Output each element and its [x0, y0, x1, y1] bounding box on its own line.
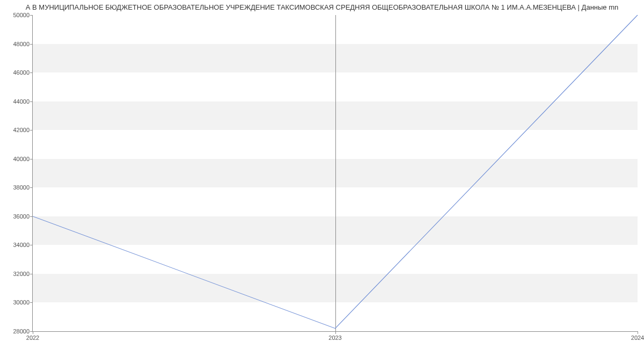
y-tick-label: 50000 [13, 12, 33, 18]
y-tick-label: 38000 [13, 184, 33, 191]
y-tick-label: 46000 [13, 69, 33, 76]
y-tick-label: 48000 [13, 41, 33, 47]
y-tick-label: 44000 [13, 98, 33, 105]
y-tick-label: 40000 [13, 156, 33, 162]
x-tick-label: 2023 [328, 331, 341, 341]
x-tick-label: 2024 [631, 331, 644, 341]
x-tick-label: 2022 [26, 331, 39, 341]
chart-title: А В МУНИЦИПАЛЬНОЕ БЮДЖЕТНОЕ ОБРАЗОВАТЕЛЬ… [0, 0, 644, 11]
chart-plot-area: 2800030000320003400036000380004000042000… [32, 15, 638, 332]
y-tick-label: 34000 [13, 242, 33, 248]
y-tick-label: 36000 [13, 213, 33, 220]
y-tick-label: 30000 [13, 299, 33, 306]
line-series [33, 15, 638, 331]
y-tick-label: 42000 [13, 127, 33, 133]
y-tick-label: 32000 [13, 271, 33, 277]
plot-region: 2800030000320003400036000380004000042000… [32, 15, 638, 332]
